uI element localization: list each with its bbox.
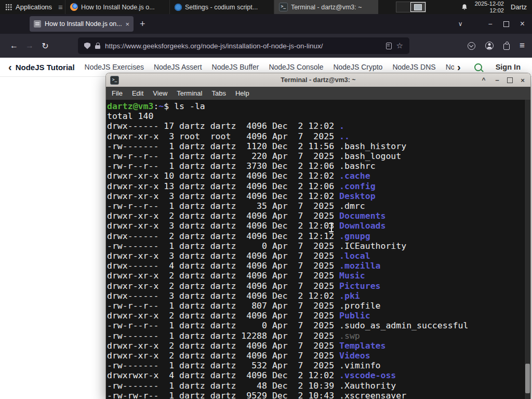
terminal-minimize-button[interactable]: − <box>494 76 501 84</box>
file-name: .profile <box>339 301 380 311</box>
site-nav-link[interactable]: NodeJS Console <box>269 63 323 71</box>
terminal-listing-row: -rw-r--r-- 1 dartz dartz 220 Apr 7 2025 … <box>107 151 524 161</box>
browser-toolbar: ← → ↻ https://www.geeksforgeeks.org/node… <box>0 34 532 58</box>
terminal-menu-tabs[interactable]: Tabs <box>207 88 230 99</box>
terminal-titlebar[interactable]: Terminal - dartz@vm3: ~ ^ − × <box>106 73 530 87</box>
terminal-listing-row: drwxr-xr-x 2 dartz dartz 4096 Apr 7 2025… <box>107 341 524 351</box>
file-meta: drwx------ 17 dartz dartz 4096 Dec 2 12:… <box>107 121 339 131</box>
reload-button[interactable]: ↻ <box>37 38 53 54</box>
terminal-menu-view[interactable]: View <box>148 88 172 99</box>
workspace-window-icon <box>414 4 422 10</box>
workspace-1[interactable] <box>396 2 410 12</box>
browser-tab[interactable]: How to Install Node.js on... × <box>30 16 134 32</box>
clock-time: 12:02 <box>475 7 504 14</box>
site-nav-link[interactable]: NodeJS Crypto <box>333 63 382 71</box>
terminal-title: Terminal - dartz@vm3: ~ <box>106 76 530 84</box>
terminal-listing-row: drwxr-xr-x 3 root root 4096 Apr 7 2025 .… <box>107 131 524 141</box>
top-panel: Applications ≡ How to Install Node.js o.… <box>0 0 532 14</box>
total-line: total 140 <box>107 111 524 121</box>
forward-button[interactable]: → <box>22 38 37 54</box>
settings-icon <box>175 4 182 11</box>
file-meta: -rw------- 1 dartz dartz 48 Dec 2 10:39 <box>107 381 339 391</box>
search-icon[interactable] <box>474 63 482 71</box>
file-name: Downloads <box>339 221 385 231</box>
lock-icon[interactable] <box>95 45 100 49</box>
app-menu-icon[interactable]: ≡ <box>520 41 525 51</box>
back-button[interactable]: ← <box>6 38 22 54</box>
terminal-menu-edit[interactable]: Edit <box>127 88 148 99</box>
sign-in-button[interactable]: Sign In <box>496 63 521 71</box>
reader-mode-icon[interactable] <box>386 43 392 49</box>
url-bar[interactable]: https://www.geeksforgeeks.org/node-js/in… <box>78 37 409 54</box>
file-name: Templates <box>339 341 385 351</box>
user-menu[interactable]: Dartz <box>511 3 527 11</box>
terminal-menubar: FileEditViewTerminalTabsHelp <box>106 87 530 100</box>
window-maximize-button[interactable] <box>503 21 509 27</box>
site-nav-primary[interactable]: NodeJS Tutorial <box>16 63 75 72</box>
bookmark-star-icon[interactable]: ☆ <box>396 41 403 50</box>
terminal-listing-row: -rw-r--r-- 1 dartz dartz 35 Apr 7 2025 .… <box>107 201 524 211</box>
terminal-prompt-line: dartz@vm3:~$ ls -la <box>107 101 524 111</box>
file-name: Desktop <box>339 191 376 201</box>
file-name: .mozilla <box>339 261 380 271</box>
workspace-2[interactable] <box>410 2 425 12</box>
prompt-user-host: dartz@vm3 <box>107 101 153 111</box>
file-meta: drwx------ 2 dartz dartz 4096 Dec 2 12:1… <box>107 231 339 241</box>
terminal-listing-row: drwxr-xr-x 3 dartz dartz 4096 Apr 7 2025… <box>107 251 524 261</box>
window-minimize-button[interactable]: − <box>488 20 492 28</box>
toolbar-right-icons: ≡ <box>468 41 532 51</box>
window-list-icon[interactable]: ≡ <box>58 3 63 11</box>
panel-window-button[interactable]: Terminal - dartz@vm3: ~ <box>274 0 378 14</box>
terminal-listing-row: drwxr-xr-x 13 dartz dartz 4096 Dec 2 12:… <box>107 181 524 191</box>
window-close-button[interactable]: × <box>520 19 525 29</box>
terminal-maximize-button[interactable] <box>507 77 513 83</box>
terminal-scrollbar[interactable] <box>524 100 530 399</box>
terminal-output[interactable]: dartz@vm3:~$ ls -latotal 140drwx------ 1… <box>106 100 524 399</box>
panel-window-label: How to Install Node.js o... <box>81 4 155 11</box>
terminal-listing-row: -rw-r--r-- 1 dartz dartz 0 Apr 7 2025 .s… <box>107 321 524 330</box>
terminal-shade-button[interactable]: ^ <box>480 76 487 84</box>
url-text[interactable]: https://www.geeksforgeeks.org/node-js/in… <box>105 42 381 50</box>
site-nav-link[interactable]: Node <box>446 63 454 71</box>
tab-favicon-icon <box>34 20 41 28</box>
file-meta: -rw-r--r-- 1 dartz dartz 807 Apr 7 2025 <box>107 301 339 311</box>
tab-close-icon[interactable]: × <box>125 20 129 28</box>
terminal-menu-file[interactable]: File <box>107 88 127 99</box>
applications-menu[interactable]: Applications <box>0 0 57 14</box>
terminal-menu-help[interactable]: Help <box>231 88 254 99</box>
terminal-menu-terminal[interactable]: Terminal <box>172 88 207 99</box>
site-nav-right: › Sign In <box>454 62 532 72</box>
extensions-icon[interactable] <box>503 44 510 50</box>
pocket-icon[interactable] <box>468 42 475 50</box>
terminal-listing-row: -rw------- 1 dartz dartz 1120 Dec 2 11:5… <box>107 141 524 151</box>
nav-scroll-left-icon[interactable]: ‹ <box>8 62 12 72</box>
system-tray: 2025-12-02 12:02 Dartz <box>461 1 532 14</box>
file-name: .ICEauthority <box>339 241 406 251</box>
terminal-listing-row: drwxr-xr-x 2 dartz dartz 4096 Apr 7 2025… <box>107 271 524 281</box>
file-name: .Xauthority <box>339 381 396 391</box>
nav-scroll-right-icon[interactable]: › <box>457 62 461 72</box>
scrollbar-thumb[interactable] <box>525 364 530 393</box>
terminal-listing-row: drwxr-xr-x 3 dartz dartz 4096 Dec 2 12:0… <box>107 191 524 201</box>
terminal-close-button[interactable]: × <box>519 76 526 84</box>
tracking-shield-icon[interactable] <box>84 43 90 49</box>
site-nav-link[interactable]: NodeJS Buffer <box>212 63 259 71</box>
site-nav-link[interactable]: NodeJS DNS <box>392 63 435 71</box>
site-nav-link[interactable]: NodeJS Assert <box>154 63 202 71</box>
tab-bar: How to Install Node.js on... × + ∨ − × <box>0 14 532 34</box>
file-meta: drwxr-xr-x 3 dartz dartz 4096 Dec 2 12:0… <box>107 221 339 231</box>
new-tab-button[interactable]: + <box>140 19 145 30</box>
notifications-bell-icon[interactable] <box>461 4 468 11</box>
panel-window-button[interactable]: Settings - codium script... <box>169 0 274 14</box>
site-nav-link[interactable]: NodeJS Exercises <box>85 63 144 71</box>
terminal-listing-row: drwxr-xr-x 2 dartz dartz 4096 Apr 7 2025… <box>107 351 524 361</box>
panel-window-button[interactable]: How to Install Node.js o... <box>65 0 169 14</box>
file-meta: drwxr-xr-x 2 dartz dartz 4096 Apr 7 2025 <box>107 351 339 361</box>
file-meta: drwxr-xr-x 13 dartz dartz 4096 Dec 2 12:… <box>107 181 339 191</box>
list-tabs-icon[interactable]: ∨ <box>458 20 463 28</box>
terminal-listing-row: -rw-r--r-- 1 dartz dartz 807 Apr 7 2025 … <box>107 301 524 311</box>
workspace-switcher[interactable] <box>396 2 426 12</box>
panel-clock[interactable]: 2025-12-02 12:02 <box>475 1 504 14</box>
file-meta: drwxr-xr-x 10 dartz dartz 4096 Dec 2 12:… <box>107 171 339 181</box>
account-icon[interactable] <box>485 42 494 50</box>
